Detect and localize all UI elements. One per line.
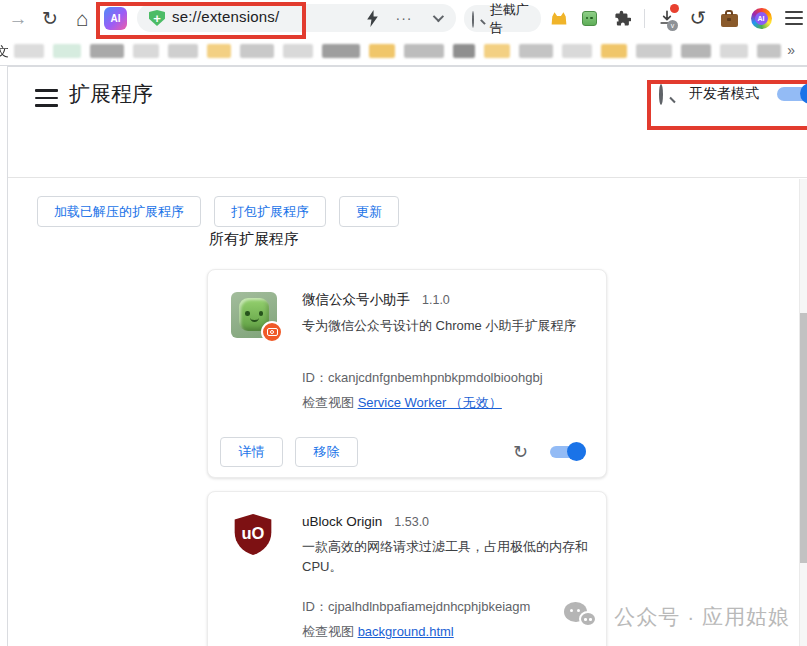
lightning-icon[interactable] [360, 0, 384, 36]
bookmark-blurred-item[interactable] [283, 44, 313, 58]
downloads-icon[interactable]: v [653, 0, 681, 36]
home-icon[interactable]: ⌂ [70, 0, 94, 36]
bookmark-blurred-item[interactable] [562, 44, 592, 58]
header-divider [8, 177, 807, 178]
pack-extension-button[interactable]: 打包扩展程序 [214, 196, 326, 227]
bookmarks-bar: 文 » [0, 37, 807, 66]
bookmark-blurred-item[interactable] [90, 44, 124, 58]
bookmark-blurred-item[interactable] [636, 44, 672, 58]
undo-icon[interactable]: ↺ [686, 0, 710, 36]
search-icon [472, 12, 485, 25]
extension-enabled-toggle[interactable] [550, 445, 586, 459]
extension-version: 1.53.0 [394, 515, 429, 529]
bookmark-blurred-item[interactable] [14, 44, 44, 58]
menu-icon[interactable] [782, 0, 806, 36]
developer-mode-toggle[interactable] [777, 86, 807, 102]
bookmark-blurred-item[interactable] [453, 44, 475, 58]
service-worker-link[interactable]: Service Worker （无效） [358, 395, 502, 410]
bookmark-blurred-item[interactable] [601, 44, 627, 58]
scrollbar-track[interactable] [799, 179, 807, 646]
developer-mode-area: 开发者模式 [659, 85, 807, 103]
download-alert-dot [670, 4, 679, 13]
camera-badge-icon [261, 321, 283, 343]
reload-extension-icon[interactable]: ↻ [513, 441, 528, 463]
update-button[interactable]: 更新 [339, 196, 399, 227]
bookmark-blurred-item[interactable] [240, 44, 274, 58]
extension-card-wechat-assistant: 微信公众号小助手1.1.0 专为微信公众号设计的 Chrome 小助手扩展程序 … [207, 269, 607, 478]
inspect-views-label: 检查视图 [302, 395, 358, 410]
green-extension-icon[interactable] [578, 0, 600, 36]
bookmark-blurred-item[interactable] [519, 44, 553, 58]
bookmarks-blur-row[interactable] [14, 44, 781, 58]
browser-toolbar: → ↻ ⌂ AI + se://extensions/ ··· 拦截广告 v ↺… [0, 0, 807, 37]
wechat-watermark-icon [564, 602, 602, 632]
adblock-search-box[interactable]: 拦截广告 [464, 5, 541, 32]
extension-name: uBlock Origin [302, 514, 382, 529]
extensions-page: 扩展程序 开发者模式 加载已解压的扩展程序 打包扩展程序 更新 所有扩展程序 微… [7, 66, 807, 646]
omnibox-more-icon[interactable]: ··· [390, 0, 418, 36]
bookmark-blurred-item[interactable] [404, 44, 444, 58]
background-page-link[interactable]: background.html [358, 624, 454, 639]
bookmark-blurred-item[interactable] [168, 44, 198, 58]
bookmarks-overflow-chevron[interactable]: » [787, 42, 795, 58]
scrollbar-thumb[interactable] [800, 313, 807, 563]
adblock-search-label: 拦截广告 [490, 1, 541, 37]
extension-card-ublock-origin: uO uBlock Origin1.53.0 一款高效的网络请求过滤工具，占用极… [207, 491, 607, 646]
extensions-puzzle-icon[interactable] [610, 0, 634, 36]
bookmark-blurred-item[interactable] [369, 44, 395, 58]
page-title: 扩展程序 [69, 80, 153, 108]
watermark: 公众号 · 应用姑娘 [564, 602, 790, 632]
ai-extension-icon[interactable]: AI [104, 7, 127, 30]
bookmark-partial-label[interactable]: 文 [0, 43, 9, 61]
bookmark-blurred-item[interactable] [322, 44, 360, 58]
bookmark-blurred-item[interactable] [484, 44, 510, 58]
svg-text:uO: uO [242, 524, 265, 542]
reload-icon[interactable]: ↻ [38, 0, 62, 36]
page-menu-icon[interactable] [35, 89, 58, 107]
bookmark-blurred-item[interactable] [133, 44, 159, 58]
forward-icon[interactable]: → [6, 0, 30, 36]
bookmark-blurred-item[interactable] [720, 44, 748, 58]
briefcase-icon[interactable] [716, 0, 742, 36]
extension-description: 专为微信公众号设计的 Chrome 小助手扩展程序 [302, 316, 594, 336]
bookmark-blurred-item[interactable] [757, 44, 781, 58]
extension-description: 一款高效的网络请求过滤工具，占用极低的内存和CPU。 [302, 537, 594, 577]
toolbar-divider [644, 9, 645, 28]
watermark-text: 公众号 · 应用姑娘 [614, 603, 790, 631]
wechat-assistant-icon [231, 292, 277, 338]
url-text[interactable]: se://extensions/ [172, 8, 279, 25]
security-shield-icon: + [149, 10, 165, 26]
bookmark-blurred-item[interactable] [53, 44, 81, 58]
inspect-views-label: 检查视图 [302, 624, 358, 639]
card-footer: 详情 移除 ↻ [208, 426, 606, 477]
download-badge: v [667, 20, 678, 31]
bookmark-blurred-item[interactable] [681, 44, 711, 58]
details-button[interactable]: 详情 [220, 437, 283, 467]
ai-assistant-icon[interactable]: AI [748, 0, 774, 36]
ublock-origin-icon: uO [231, 512, 275, 558]
developer-mode-label: 开发者模式 [689, 85, 759, 103]
omnibox-chevron-down-icon[interactable] [425, 0, 449, 36]
load-unpacked-button[interactable]: 加载已解压的扩展程序 [37, 196, 201, 227]
page-search-icon[interactable] [659, 86, 675, 102]
cat-extension-icon[interactable] [548, 0, 570, 36]
address-bar[interactable]: + se://extensions/ ··· [137, 4, 456, 32]
extension-name: 微信公众号小助手 [302, 292, 410, 307]
remove-button[interactable]: 移除 [295, 437, 358, 467]
extension-actions-row: 加载已解压的扩展程序 打包扩展程序 更新 [37, 196, 399, 227]
extension-version: 1.1.0 [422, 293, 450, 307]
bookmark-blurred-item[interactable] [207, 44, 231, 58]
extension-id: ID：ckanjcdnfgnbemhpnbkpmdolbioohgbj [302, 369, 600, 387]
all-extensions-heading: 所有扩展程序 [209, 230, 299, 249]
extension-id: ID：cjpalhdlnbpafiamejdnhcphjbkeiagm [302, 598, 600, 616]
